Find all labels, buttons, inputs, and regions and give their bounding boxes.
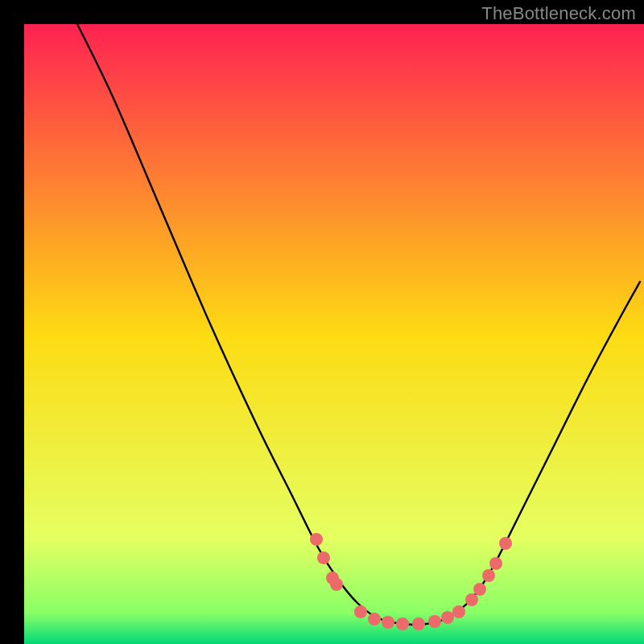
scatter-dot (465, 593, 478, 606)
scatter-dot (354, 605, 367, 618)
scatter-dot (317, 551, 330, 564)
scatter-dot (330, 578, 343, 591)
scatter-dot (441, 611, 454, 624)
scatter-dot (412, 617, 425, 630)
scatter-dot (499, 537, 512, 550)
scatter-dot (452, 605, 465, 618)
scatter-dot (310, 533, 323, 546)
scatter-dot (482, 569, 495, 582)
scatter-dot (428, 615, 441, 628)
chart-stage: TheBottleneck.com (0, 0, 644, 644)
scatter-dot (473, 583, 486, 596)
scatter-dot (489, 557, 502, 570)
bottleneck-chart (0, 0, 644, 644)
scatter-dot (382, 616, 394, 629)
watermark-text: TheBottleneck.com (481, 3, 636, 24)
scatter-dot (368, 613, 381, 625)
scatter-dot (396, 617, 409, 630)
plot-background (24, 24, 644, 644)
